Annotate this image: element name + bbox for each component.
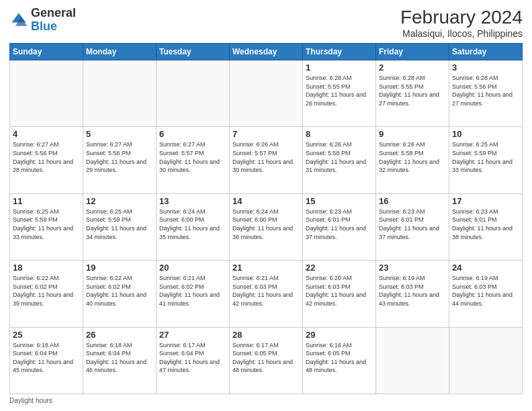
location: Malasiqui, Ilocos, Philippines [400,28,523,39]
day-number: 16 [379,196,446,206]
day-number: 27 [159,330,226,340]
day-number: 29 [306,330,373,340]
day-info: Sunrise: 6:23 AM Sunset: 6:01 PM Dayligh… [306,208,373,241]
day-info: Sunrise: 6:20 AM Sunset: 6:03 PM Dayligh… [306,274,373,308]
calendar-cell: 23Sunrise: 6:19 AM Sunset: 6:03 PM Dayli… [376,261,449,327]
page: General Blue February 2024 Malasiqui, Il… [0,0,532,411]
calendar-cell: 2Sunrise: 6:28 AM Sunset: 5:55 PM Daylig… [376,60,449,127]
calendar-cell: 17Sunrise: 6:23 AM Sunset: 6:01 PM Dayli… [449,193,523,260]
week-row-4: 25Sunrise: 6:18 AM Sunset: 6:04 PM Dayli… [10,327,523,394]
calendar-cell: 25Sunrise: 6:18 AM Sunset: 6:04 PM Dayli… [10,327,83,394]
calendar-cell: 14Sunrise: 6:24 AM Sunset: 6:00 PM Dayli… [230,193,303,260]
day-number: 26 [86,330,153,340]
day-number: 12 [86,196,153,206]
day-number: 19 [86,263,153,273]
weekday-header-wednesday: Wednesday [230,44,303,60]
weekday-header-tuesday: Tuesday [157,44,230,60]
day-number: 21 [232,263,300,273]
day-number: 9 [379,129,446,139]
calendar-table: SundayMondayTuesdayWednesdayThursdayFrid… [9,43,523,394]
day-info: Sunrise: 6:23 AM Sunset: 6:01 PM Dayligh… [452,208,519,241]
day-number: 13 [159,196,226,206]
calendar-cell: 12Sunrise: 6:25 AM Sunset: 5:59 PM Dayli… [83,193,157,260]
calendar-cell [10,60,83,127]
calendar-cell: 18Sunrise: 6:22 AM Sunset: 6:02 PM Dayli… [10,261,83,327]
calendar-cell: 26Sunrise: 6:18 AM Sunset: 6:04 PM Dayli… [83,327,157,394]
calendar-cell: 9Sunrise: 6:26 AM Sunset: 5:58 PM Daylig… [376,127,449,193]
calendar-cell: 11Sunrise: 6:25 AM Sunset: 5:59 PM Dayli… [10,193,83,260]
weekday-header-saturday: Saturday [449,44,523,60]
day-info: Sunrise: 6:25 AM Sunset: 5:59 PM Dayligh… [86,208,153,241]
day-number: 8 [306,129,373,139]
day-number: 10 [452,129,519,139]
logo-blue-text: Blue [31,19,57,33]
logo-text: General Blue [31,7,76,34]
day-info: Sunrise: 6:22 AM Sunset: 6:02 PM Dayligh… [86,274,153,308]
calendar-cell: 1Sunrise: 6:28 AM Sunset: 5:55 PM Daylig… [303,60,376,127]
week-row-3: 18Sunrise: 6:22 AM Sunset: 6:02 PM Dayli… [10,261,523,327]
logo: General Blue [9,7,76,34]
day-number: 15 [306,196,373,206]
day-info: Sunrise: 6:28 AM Sunset: 5:56 PM Dayligh… [452,74,519,107]
day-number: 3 [452,62,519,73]
day-number: 7 [232,129,300,139]
day-number: 14 [232,196,300,206]
calendar-cell: 4Sunrise: 6:27 AM Sunset: 5:56 PM Daylig… [10,127,83,193]
calendar-cell: 28Sunrise: 6:17 AM Sunset: 6:05 PM Dayli… [230,327,303,394]
day-number: 18 [13,263,80,273]
calendar-cell: 27Sunrise: 6:17 AM Sunset: 6:04 PM Dayli… [157,327,230,394]
day-info: Sunrise: 6:27 AM Sunset: 5:57 PM Dayligh… [159,140,226,174]
logo-general-text: General [31,6,76,19]
day-info: Sunrise: 6:16 AM Sunset: 6:05 PM Dayligh… [306,341,373,375]
footer: Daylight hours [9,397,523,404]
calendar-cell: 5Sunrise: 6:27 AM Sunset: 5:56 PM Daylig… [83,127,157,193]
day-info: Sunrise: 6:21 AM Sunset: 6:02 PM Dayligh… [159,274,226,308]
day-number: 5 [86,129,153,139]
calendar-cell: 21Sunrise: 6:21 AM Sunset: 6:03 PM Dayli… [230,261,303,327]
day-number: 24 [452,263,519,273]
day-info: Sunrise: 6:26 AM Sunset: 5:58 PM Dayligh… [306,140,373,174]
day-number: 2 [379,62,446,73]
week-row-0: 1Sunrise: 6:28 AM Sunset: 5:55 PM Daylig… [10,60,523,127]
day-info: Sunrise: 6:19 AM Sunset: 6:03 PM Dayligh… [452,274,519,308]
day-info: Sunrise: 6:18 AM Sunset: 6:04 PM Dayligh… [13,341,80,375]
day-number: 1 [306,62,373,73]
calendar-cell: 19Sunrise: 6:22 AM Sunset: 6:02 PM Dayli… [83,261,157,327]
day-number: 11 [13,196,80,206]
day-info: Sunrise: 6:26 AM Sunset: 5:57 PM Dayligh… [232,140,300,174]
footer-label: Daylight hours [9,397,52,404]
day-info: Sunrise: 6:17 AM Sunset: 6:05 PM Dayligh… [232,341,300,375]
day-number: 28 [232,330,300,340]
calendar-cell [83,60,157,127]
calendar-cell: 15Sunrise: 6:23 AM Sunset: 6:01 PM Dayli… [303,193,376,260]
calendar-cell [157,60,230,127]
header: General Blue February 2024 Malasiqui, Il… [9,7,523,39]
day-info: Sunrise: 6:24 AM Sunset: 6:00 PM Dayligh… [159,208,226,241]
calendar-cell: 16Sunrise: 6:23 AM Sunset: 6:01 PM Dayli… [376,193,449,260]
calendar-cell: 13Sunrise: 6:24 AM Sunset: 6:00 PM Dayli… [157,193,230,260]
day-info: Sunrise: 6:27 AM Sunset: 5:56 PM Dayligh… [86,140,153,174]
day-info: Sunrise: 6:28 AM Sunset: 5:55 PM Dayligh… [306,74,373,107]
day-info: Sunrise: 6:24 AM Sunset: 6:00 PM Dayligh… [232,208,300,241]
day-number: 4 [13,129,80,139]
week-row-2: 11Sunrise: 6:25 AM Sunset: 5:59 PM Dayli… [10,193,523,260]
day-info: Sunrise: 6:25 AM Sunset: 5:59 PM Dayligh… [13,208,80,241]
day-number: 23 [379,263,446,273]
day-info: Sunrise: 6:22 AM Sunset: 6:02 PM Dayligh… [13,274,80,308]
calendar-cell: 8Sunrise: 6:26 AM Sunset: 5:58 PM Daylig… [303,127,376,193]
day-info: Sunrise: 6:28 AM Sunset: 5:55 PM Dayligh… [379,74,446,107]
day-info: Sunrise: 6:25 AM Sunset: 5:59 PM Dayligh… [452,140,519,174]
weekday-header-sunday: Sunday [10,44,83,60]
day-info: Sunrise: 6:19 AM Sunset: 6:03 PM Dayligh… [379,274,446,308]
month-year: February 2024 [400,7,523,28]
day-info: Sunrise: 6:23 AM Sunset: 6:01 PM Dayligh… [379,208,446,241]
calendar-cell: 20Sunrise: 6:21 AM Sunset: 6:02 PM Dayli… [157,261,230,327]
calendar-cell [449,327,523,394]
day-info: Sunrise: 6:26 AM Sunset: 5:58 PM Dayligh… [379,140,446,174]
day-number: 17 [452,196,519,206]
calendar-cell: 3Sunrise: 6:28 AM Sunset: 5:56 PM Daylig… [449,60,523,127]
calendar-cell: 22Sunrise: 6:20 AM Sunset: 6:03 PM Dayli… [303,261,376,327]
day-info: Sunrise: 6:27 AM Sunset: 5:56 PM Dayligh… [13,140,80,174]
week-row-1: 4Sunrise: 6:27 AM Sunset: 5:56 PM Daylig… [10,127,523,193]
calendar-cell: 10Sunrise: 6:25 AM Sunset: 5:59 PM Dayli… [449,127,523,193]
